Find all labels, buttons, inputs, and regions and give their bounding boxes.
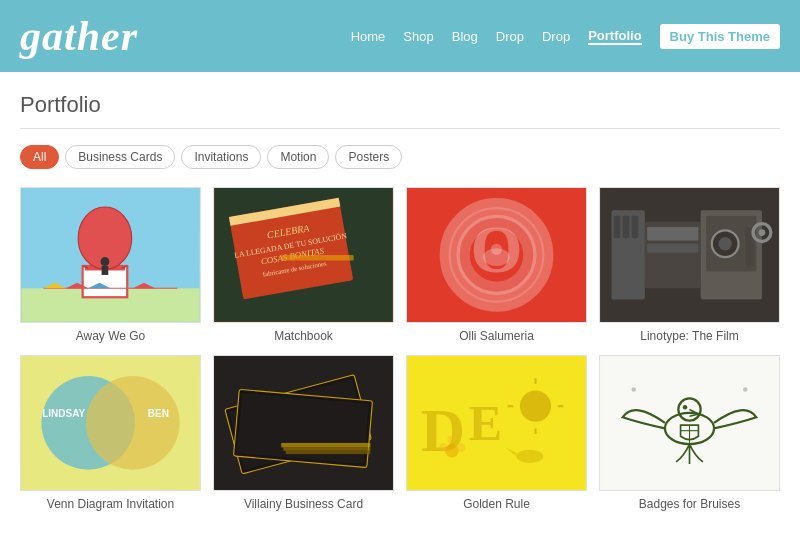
portfolio-thumb-villainy[interactable]: VILLAINY & ASSOCIATES bbox=[213, 355, 394, 491]
svg-text:LINDSAY: LINDSAY bbox=[42, 408, 85, 419]
svg-rect-37 bbox=[647, 244, 698, 253]
filter-posters[interactable]: Posters bbox=[335, 145, 402, 169]
svg-point-68 bbox=[517, 449, 544, 462]
portfolio-label-linotype: Linotype: The Film bbox=[640, 329, 739, 343]
svg-rect-36 bbox=[647, 227, 698, 240]
filter-bar: All Business Cards Invitations Motion Po… bbox=[20, 145, 780, 169]
portfolio-grid: Away We Go CELEBRA LA LLEGADA DE TU SOLU… bbox=[20, 187, 780, 511]
nav-drop1[interactable]: Drop bbox=[496, 29, 524, 44]
nav-blog[interactable]: Blog bbox=[452, 29, 478, 44]
svg-rect-14 bbox=[102, 266, 109, 275]
svg-rect-58 bbox=[283, 447, 370, 450]
svg-text:D: D bbox=[421, 395, 465, 463]
portfolio-label-venn: Venn Diagram Invitation bbox=[47, 497, 174, 511]
portfolio-thumb-matchbook[interactable]: CELEBRA LA LLEGADA DE TU SOLUCIÓN COSAS … bbox=[213, 187, 394, 323]
nav-buy-theme[interactable]: Buy This Theme bbox=[660, 24, 780, 49]
svg-point-41 bbox=[718, 237, 731, 250]
svg-point-72 bbox=[456, 443, 465, 452]
portfolio-item-golden: D E bbox=[406, 355, 587, 511]
portfolio-thumb-linotype[interactable] bbox=[599, 187, 780, 323]
svg-point-81 bbox=[743, 387, 747, 391]
svg-rect-74 bbox=[600, 356, 778, 490]
svg-point-73 bbox=[439, 443, 448, 452]
logo[interactable]: gather bbox=[20, 12, 138, 60]
svg-rect-22 bbox=[281, 255, 353, 261]
svg-text:E: E bbox=[469, 394, 502, 450]
svg-point-47 bbox=[86, 376, 180, 470]
filter-invitations[interactable]: Invitations bbox=[181, 145, 261, 169]
portfolio-thumb-away-we-go[interactable] bbox=[20, 187, 201, 323]
nav-shop[interactable]: Shop bbox=[403, 29, 433, 44]
svg-point-71 bbox=[447, 435, 456, 444]
svg-rect-33 bbox=[623, 216, 630, 238]
svg-point-79 bbox=[683, 405, 687, 409]
portfolio-item-venn: LINDSAY BEN Venn Diagram Invitation bbox=[20, 355, 201, 511]
nav-home[interactable]: Home bbox=[351, 29, 386, 44]
portfolio-thumb-golden[interactable]: D E bbox=[406, 355, 587, 491]
svg-rect-59 bbox=[286, 450, 371, 453]
portfolio-label-golden: Golden Rule bbox=[463, 497, 530, 511]
filter-motion[interactable]: Motion bbox=[267, 145, 329, 169]
nav-portfolio[interactable]: Portfolio bbox=[588, 28, 641, 45]
portfolio-item-linotype: Linotype: The Film bbox=[599, 187, 780, 343]
portfolio-label-badges: Badges for Bruises bbox=[639, 497, 740, 511]
svg-point-29 bbox=[491, 244, 502, 255]
svg-rect-34 bbox=[632, 216, 639, 238]
svg-point-63 bbox=[520, 390, 551, 421]
nav-drop2[interactable]: Drop bbox=[542, 29, 570, 44]
portfolio-item-villainy: VILLAINY & ASSOCIATES Villainy Business … bbox=[213, 355, 394, 511]
header: gather Home Shop Blog Drop Drop Portfoli… bbox=[0, 0, 800, 72]
svg-rect-32 bbox=[614, 216, 621, 238]
portfolio-thumb-badges[interactable] bbox=[599, 355, 780, 491]
page-title: Portfolio bbox=[20, 92, 780, 129]
main-nav: Home Shop Blog Drop Drop Portfolio Buy T… bbox=[351, 24, 780, 49]
page-content: Portfolio All Business Cards Invitations… bbox=[0, 72, 800, 534]
portfolio-label-olli: Olli Salumeria bbox=[459, 329, 534, 343]
filter-business-cards[interactable]: Business Cards bbox=[65, 145, 175, 169]
svg-point-44 bbox=[759, 229, 766, 236]
portfolio-item-olli: O Olli Salumeria bbox=[406, 187, 587, 343]
portfolio-label-matchbook: Matchbook bbox=[274, 329, 333, 343]
portfolio-thumb-olli[interactable]: O bbox=[406, 187, 587, 323]
filter-all[interactable]: All bbox=[20, 145, 59, 169]
svg-rect-57 bbox=[281, 443, 370, 447]
portfolio-thumb-venn[interactable]: LINDSAY BEN bbox=[20, 355, 201, 491]
portfolio-item-badges: Badges for Bruises bbox=[599, 355, 780, 511]
portfolio-label-villainy: Villainy Business Card bbox=[244, 497, 363, 511]
svg-text:BEN: BEN bbox=[148, 408, 169, 419]
portfolio-label-away-we-go: Away We Go bbox=[76, 329, 146, 343]
portfolio-item-matchbook: CELEBRA LA LLEGADA DE TU SOLUCIÓN COSAS … bbox=[213, 187, 394, 343]
svg-point-80 bbox=[632, 387, 636, 391]
portfolio-item-away-we-go: Away We Go bbox=[20, 187, 201, 343]
svg-point-13 bbox=[100, 257, 109, 266]
